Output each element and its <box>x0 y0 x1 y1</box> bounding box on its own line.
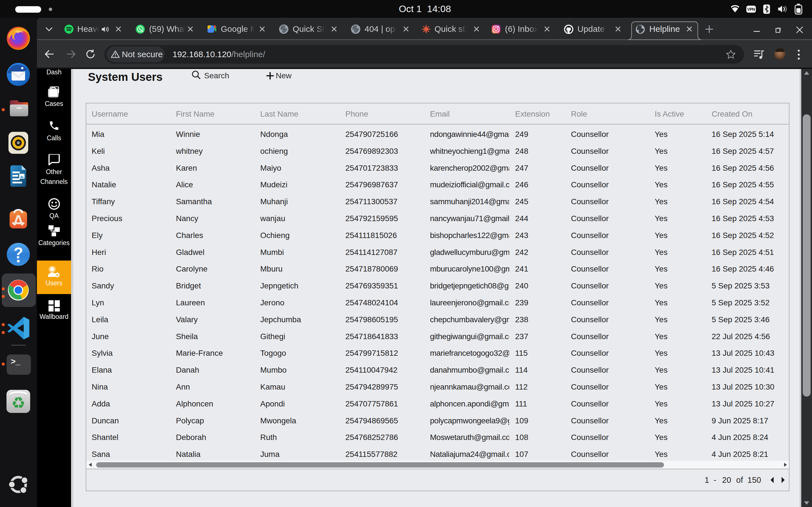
svg-text:?: ? <box>13 244 23 262</box>
svg-text:♻: ♻ <box>11 394 26 412</box>
